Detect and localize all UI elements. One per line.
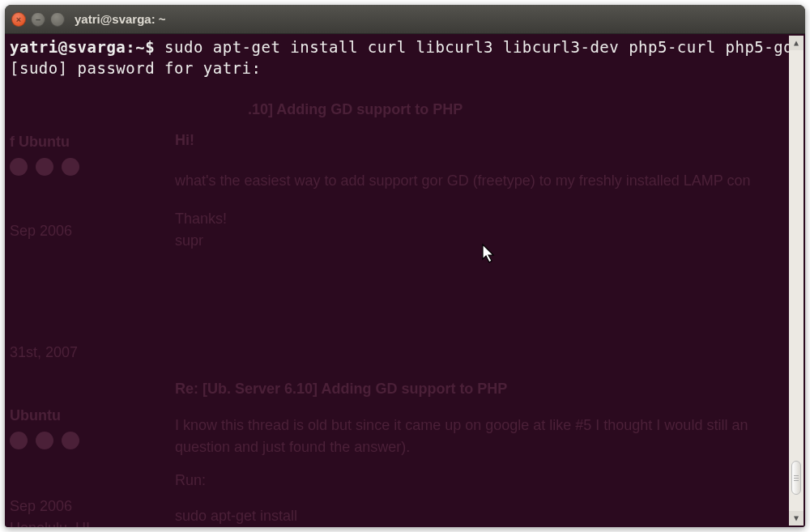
bg-text: Thanks! bbox=[175, 208, 227, 230]
bg-text: question and just found the answer). bbox=[175, 436, 748, 458]
bg-text: Run: bbox=[175, 470, 206, 492]
command-text: sudo apt-get install curl libcurl3 libcu… bbox=[164, 38, 793, 56]
bg-icons bbox=[10, 432, 79, 449]
scrollbar[interactable]: ▲ ▼ bbox=[789, 36, 804, 526]
minimize-icon[interactable]: – bbox=[31, 12, 45, 27]
bg-text: sudo apt-get install bbox=[175, 505, 297, 527]
bg-text: 31st, 2007 bbox=[10, 342, 78, 364]
bg-text: Sep 2006 bbox=[10, 496, 90, 517]
bg-text: Sep 2006 bbox=[10, 220, 72, 242]
scroll-track[interactable] bbox=[789, 50, 804, 511]
scroll-up-icon[interactable]: ▲ bbox=[789, 36, 804, 50]
bg-text: f Ubuntu bbox=[10, 131, 79, 153]
bg-text: .10] Adding GD support to PHP bbox=[248, 99, 463, 121]
window-title: yatri@svarga: ~ bbox=[75, 12, 166, 26]
mouse-cursor-icon bbox=[481, 243, 497, 264]
output-line: [sudo] password for yatri: bbox=[10, 59, 261, 77]
bg-text: Honolulu, HI bbox=[10, 517, 90, 527]
maximize-icon[interactable] bbox=[50, 12, 65, 27]
prompt-path: ~ bbox=[135, 38, 145, 56]
terminal-content[interactable]: yatri@svarga:~$ sudo apt-get install cur… bbox=[10, 37, 800, 79]
bg-text: Hi! bbox=[175, 130, 194, 151]
window-controls: × – bbox=[11, 12, 65, 27]
close-icon[interactable]: × bbox=[11, 12, 26, 27]
terminal-window: × – yatri@svarga: ~ .10] Adding GD suppo… bbox=[5, 5, 805, 527]
scroll-down-icon[interactable]: ▼ bbox=[789, 511, 804, 526]
bg-text: Ubuntu bbox=[10, 405, 79, 427]
terminal-transparency-background: .10] Adding GD support to PHP f Ubuntu H… bbox=[5, 34, 805, 527]
bg-icons bbox=[10, 158, 79, 176]
bg-text: I know this thread is old but since it c… bbox=[175, 415, 748, 436]
bg-text: what's the easiest way to add support go… bbox=[175, 170, 750, 192]
scroll-thumb[interactable] bbox=[791, 461, 801, 495]
prompt-symbol: $ bbox=[145, 38, 155, 56]
terminal-area[interactable]: .10] Adding GD support to PHP f Ubuntu H… bbox=[5, 34, 805, 527]
bg-text: supr bbox=[175, 230, 227, 252]
bg-text: Re: [Ub. Server 6.10] Adding GD support … bbox=[175, 378, 507, 400]
prompt-user: yatri@svarga bbox=[10, 38, 126, 56]
window-titlebar[interactable]: × – yatri@svarga: ~ bbox=[5, 5, 805, 34]
